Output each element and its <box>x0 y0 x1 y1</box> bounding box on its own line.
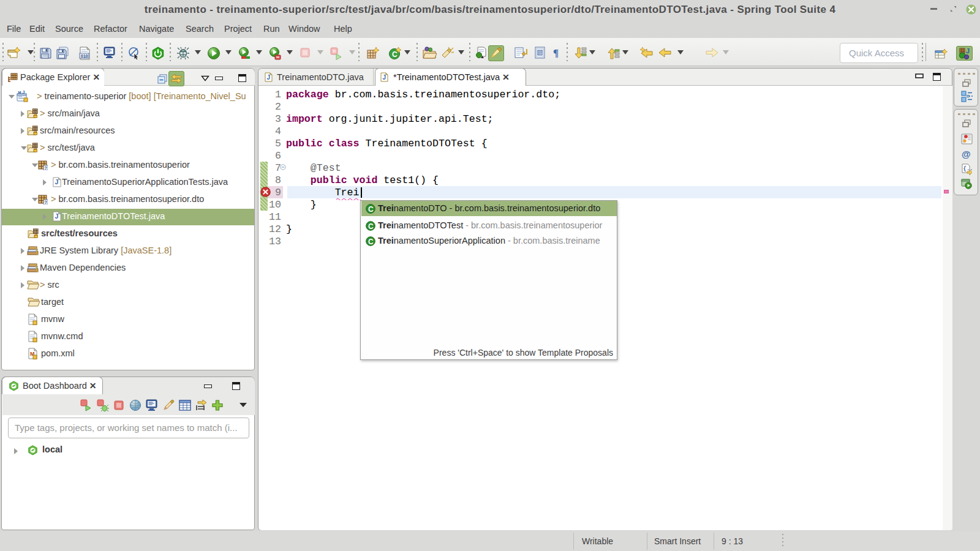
svg-text:¶: ¶ <box>553 47 559 59</box>
svg-text:M: M <box>18 91 21 94</box>
svg-text:?: ? <box>45 166 47 170</box>
svg-text:J: J <box>383 74 386 81</box>
svg-text:J: J <box>966 47 970 54</box>
svg-text:J: J <box>267 74 271 81</box>
svg-text:J: J <box>55 212 59 220</box>
svg-text:010: 010 <box>81 54 88 58</box>
svg-text:J: J <box>55 178 59 186</box>
svg-text:J: J <box>22 91 24 95</box>
svg-text:C: C <box>368 222 374 231</box>
svg-text:C: C <box>368 238 374 246</box>
svg-text:C: C <box>368 205 374 214</box>
svg-text:@: @ <box>962 149 971 159</box>
svg-text:C: C <box>392 50 398 59</box>
svg-text:?: ? <box>45 200 47 204</box>
